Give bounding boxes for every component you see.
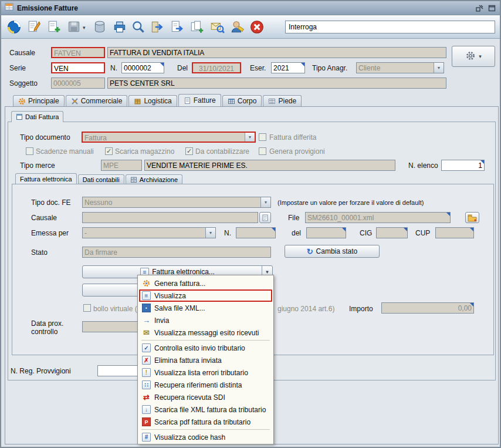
duplicate-icon[interactable] (189, 19, 205, 35)
chevron-down-icon: ▼ (245, 133, 255, 142)
menu-item-label: Invia (154, 316, 169, 325)
emessa-per-value: - (84, 229, 87, 237)
menu-item-visualizza-messaggi[interactable]: ✉ Visualizza messaggi esito ricevuti (139, 326, 272, 339)
cancel-icon[interactable] (249, 19, 265, 35)
menu-item-ricevuta-sdi[interactable]: ⇄ Recupera ricevuta SDI (139, 391, 272, 403)
menu-separator (141, 429, 270, 430)
importo-label: Importo (349, 305, 373, 313)
tipo-doc-fe-combo: Nessuno ▼ (82, 197, 271, 208)
menu-item-scarica-pdf[interactable]: P Scarica pdf fattura da tributario (139, 416, 272, 428)
mail-preview-icon[interactable] (209, 19, 225, 35)
genera-provigioni-checkbox (259, 147, 266, 155)
tab-logistica[interactable]: Logistica (128, 95, 177, 106)
search-icon[interactable] (130, 19, 147, 35)
menu-item-invia[interactable]: → Invia (139, 314, 272, 326)
query-icon[interactable] (6, 19, 22, 35)
chevron-down-icon: ▼ (434, 63, 444, 73)
folder-icon (468, 214, 477, 222)
tab-dati-contabili[interactable]: Dati contabili (78, 174, 124, 184)
tab-label: Corpo (238, 97, 257, 105)
fe-causale-field (82, 212, 258, 223)
menu-item-visualizza[interactable]: ≡ Visualizza (139, 289, 272, 302)
tab-dati-fattura[interactable]: Dati Fattura (11, 111, 63, 122)
tab-fattura-elettronica[interactable]: Fattura elettronica (15, 173, 77, 184)
menu-item-controlla-esito[interactable]: ✓ Controlla esito invio tributario (139, 342, 272, 354)
soggetto-code-field: 0000005 (51, 78, 105, 89)
menu-item-label: Elimina fattura inviata (154, 356, 222, 365)
scadenze-manuali-label: Scadenze manuali (36, 147, 94, 156)
tab-label: Dati contabili (83, 176, 120, 183)
tipo-documento-combo: Fattura ▼ (82, 132, 256, 143)
tipo-merce-code-field: MPE (101, 160, 142, 171)
corpo-icon (228, 97, 235, 105)
eser-field[interactable]: 2021 (271, 62, 305, 73)
tipo-merce-desc-field: VENDITE MATERIE PRIME ES. (144, 160, 395, 171)
serie-field[interactable]: VEN (51, 62, 105, 73)
tab-piede[interactable]: Piede (263, 95, 302, 106)
menu-item-scarica-xml[interactable]: ↓ Scarica file XML fattura da tributario (139, 403, 272, 416)
edit-icon[interactable] (26, 19, 42, 35)
n-elenco-field[interactable]: 1 (441, 160, 485, 171)
archiviazione-icon (130, 176, 137, 183)
check-doc-icon: ✓ (142, 343, 151, 352)
fattura-differita-label: Fattura differita (269, 133, 316, 142)
tipo-doc-fe-note: (Impostare un valore per forzare il valo… (277, 199, 424, 206)
query-input[interactable] (285, 21, 495, 33)
menu-item-label: Salva file XML... (154, 304, 205, 312)
tab-archiviazione[interactable]: Archiviazione (126, 174, 182, 184)
tab-label: Dati Fattura (25, 113, 59, 120)
maximize-icon[interactable] (488, 4, 496, 12)
chevron-down-icon: ▾ (479, 53, 482, 59)
main-tabs: Principale Commerciale Logistica Fatture… (13, 94, 302, 106)
menu-item-codice-hash[interactable]: # Visualizza codice hash (139, 431, 272, 443)
emessa-per-combo: - ▼ (82, 227, 216, 238)
tab-label: Archiviazione (140, 176, 178, 183)
fe-n-label: N. (224, 229, 231, 237)
error-list-icon: ! (142, 368, 151, 377)
delete-icon[interactable] (92, 19, 108, 35)
chevron-down-icon: ▼ (205, 228, 215, 238)
header-form: Causale FATVEN FATTURA DI VENDITA ITALIA… (1, 39, 500, 94)
settings-button[interactable]: ▾ (452, 46, 495, 67)
fe-del-label: del (292, 229, 301, 237)
float-window-icon[interactable] (475, 4, 484, 12)
menu-item-label: Recupera ricevuta SDI (154, 393, 225, 402)
save-dropdown-arrow[interactable]: ▾ (83, 25, 86, 31)
cambia-stato-button[interactable]: ↻ Cambia stato (285, 245, 380, 258)
da-contabilizzare-checkbox: ✓ (185, 147, 193, 155)
tab-corpo[interactable]: Corpo (222, 95, 262, 106)
tab-label: Logistica (144, 97, 171, 105)
toolbar: ▾ (1, 15, 500, 39)
tipo-anagr-label: Tipo Anagr. (312, 64, 347, 72)
tab-commerciale[interactable]: Commerciale (66, 95, 128, 106)
cig-field (376, 227, 408, 238)
tipo-doc-fe-label: Tipo doc. FE (31, 198, 71, 207)
numero-field[interactable]: 0000002 (121, 62, 164, 73)
menu-item-genera-fattura[interactable]: Genera fattura... (139, 277, 272, 289)
goto-icon[interactable] (149, 19, 165, 35)
export-icon[interactable] (169, 19, 185, 35)
view-icon: ≡ (142, 291, 151, 300)
menu-item-salva-file-xml[interactable]: ▪ Salva file XML... (139, 302, 272, 314)
fe-causale-note-button[interactable] (259, 212, 271, 223)
menu-item-lista-errori[interactable]: ! Visualizza lista errori tributario (139, 366, 272, 379)
fattura-elettronica-menu: Genera fattura... ≡ Visualizza ▪ Salva f… (137, 275, 274, 444)
serie-label: Serie (9, 64, 26, 72)
save-icon[interactable] (66, 19, 82, 35)
menu-item-elimina-fattura[interactable]: ✗ Elimina fattura inviata (139, 354, 272, 366)
print-icon[interactable] (111, 19, 128, 35)
user-icon[interactable] (229, 19, 245, 35)
menu-item-riferimenti-distinta[interactable]: ∷ Recupera riferimenti distinta (139, 379, 272, 391)
button-label: Cambia stato (316, 247, 358, 255)
sub-tabs: Fattura elettronica Dati contabili Archi… (15, 173, 182, 184)
new-icon[interactable] (46, 19, 62, 35)
download-xml-icon: ↓ (142, 405, 151, 414)
file-field: SM26610_00001.xml (305, 212, 451, 223)
browse-file-button[interactable] (465, 212, 479, 223)
scarica-magazzino-label: Scarica magazzino (115, 147, 174, 156)
tab-principale[interactable]: Principale (13, 95, 65, 106)
cup-label: CUP (415, 229, 430, 237)
menu-item-label: Scarica file XML fattura da tributario (154, 406, 266, 414)
tab-fatture[interactable]: Fatture (178, 94, 221, 106)
bollo-virtuale-checkbox (83, 304, 91, 312)
